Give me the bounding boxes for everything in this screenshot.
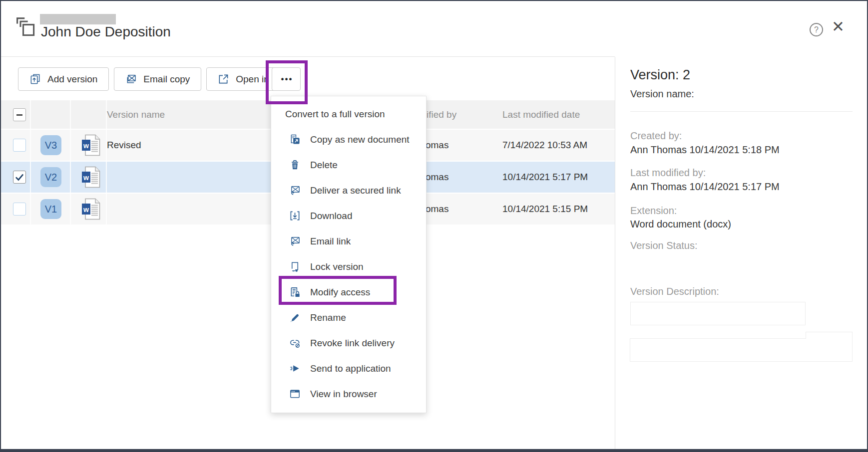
version-status-label: Version Status: xyxy=(630,240,698,251)
select-cell xyxy=(1,130,31,161)
select-all-checkbox[interactable] xyxy=(13,108,26,121)
word-doc-icon xyxy=(81,198,100,220)
doc-icon-cell xyxy=(71,194,107,225)
menu-item-email-link[interactable]: Email link xyxy=(271,228,426,254)
created-by-label: Created by: xyxy=(630,130,682,142)
menu-item-label: Copy as new document xyxy=(310,134,410,145)
doc-icon-cell xyxy=(71,130,107,161)
add-version-button[interactable]: Add version xyxy=(18,67,109,91)
lock-version-icon xyxy=(289,261,301,272)
menu-item-label: Send to application xyxy=(310,363,391,374)
open-in-button[interactable]: Open in xyxy=(206,67,281,91)
select-cell xyxy=(1,194,31,225)
version-badge: V3 xyxy=(40,135,61,155)
modify-access-icon xyxy=(289,286,301,298)
menu-item-label: Rename xyxy=(310,312,346,323)
last-modified-cell: 10/14/2021 5:15 PM xyxy=(502,204,615,215)
menu-item-view-in-browser[interactable]: View in browser xyxy=(271,381,426,407)
comment-field-step xyxy=(806,332,853,339)
button-label: Open in xyxy=(236,74,269,85)
menu-item-modify-access[interactable]: Modify access xyxy=(271,279,426,305)
pencil-icon xyxy=(289,312,301,323)
help-icon[interactable]: ? xyxy=(810,23,823,36)
badge-cell: V1 xyxy=(31,194,71,225)
row-checkbox[interactable] xyxy=(13,139,26,152)
menu-item-label: Email link xyxy=(310,236,351,247)
menu-item-download[interactable]: Download xyxy=(271,203,426,228)
copy-doc-icon xyxy=(289,134,301,145)
last-modified-by-value: Ann Thomas 10/14/2021 5:17 PM xyxy=(630,181,780,193)
menu-item-deliver-a-secured-link[interactable]: Deliver a secured link xyxy=(271,178,426,203)
select-cell xyxy=(1,162,31,193)
revoke-link-icon xyxy=(289,337,301,349)
created-by-value: Ann Thomas 10/14/2021 5:18 PM xyxy=(630,144,780,156)
close-icon[interactable]: ✕ xyxy=(832,19,845,34)
version-history-dialog: John Doe Deposition ? ✕ Add versionEmail… xyxy=(0,0,868,452)
row-checkbox[interactable] xyxy=(13,171,26,184)
menu-item-convert-to-a-full-version[interactable]: Convert to a full version xyxy=(271,101,426,127)
doc-icon-cell xyxy=(71,162,107,193)
more-actions-button[interactable]: ••• xyxy=(272,67,301,91)
version-description-label: Version Description: xyxy=(630,286,719,297)
version-number-label: Version: 2 xyxy=(630,67,690,83)
menu-item-rename[interactable]: Rename xyxy=(271,305,426,330)
menu-item-label: Modify access xyxy=(310,287,370,298)
email-link-icon xyxy=(289,185,301,196)
menu-item-label: View in browser xyxy=(310,389,377,400)
open-in-icon xyxy=(218,73,229,85)
toolbar-buttons: Add versionEmail copyOpen in xyxy=(18,67,281,91)
menu-item-label: Download xyxy=(310,211,353,222)
menu-item-label: Lock version xyxy=(310,261,364,272)
send-app-icon xyxy=(289,363,301,374)
column-header-last-modified-date[interactable]: Last modified date xyxy=(502,109,615,120)
word-doc-icon xyxy=(81,166,100,188)
menu-item-label: Convert to a full version xyxy=(285,109,385,120)
version-badge: V2 xyxy=(40,167,61,187)
version-description-field[interactable] xyxy=(630,302,806,325)
extension-value: Word document (docx) xyxy=(630,219,731,230)
redacted-text-bar xyxy=(40,14,116,24)
browser-icon xyxy=(289,388,301,400)
button-label: Email copy xyxy=(143,74,190,85)
version-details-panel: Version: 2 Version name: Created by: Ann… xyxy=(615,57,867,449)
page-title: John Doe Deposition xyxy=(41,24,171,40)
badge-cell: V3 xyxy=(31,130,71,161)
version-name-label: Version name: xyxy=(630,88,694,100)
extension-label: Extension: xyxy=(630,205,677,217)
badge-cell: V2 xyxy=(31,162,71,193)
last-modified-cell: 10/14/2021 5:17 PM xyxy=(502,172,615,183)
button-label: Add version xyxy=(47,74,97,85)
header-divider xyxy=(1,56,615,57)
row-checkbox[interactable] xyxy=(13,203,26,216)
email-link-icon xyxy=(289,235,301,247)
trash-icon xyxy=(289,159,301,171)
panel-section-divider xyxy=(630,111,853,112)
menu-item-copy-as-new-document[interactable]: Copy as new document xyxy=(271,127,426,152)
version-badge: V1 xyxy=(40,199,61,219)
word-doc-icon xyxy=(81,134,100,156)
menu-item-label: Deliver a secured link xyxy=(310,185,401,196)
download-icon xyxy=(289,210,301,222)
email-icon xyxy=(125,73,137,85)
more-actions-menu: Convert to a full versionCopy as new doc… xyxy=(271,96,427,413)
menu-item-lock-version[interactable]: Lock version xyxy=(271,254,426,279)
menu-item-label: Delete xyxy=(310,160,338,171)
check-icon xyxy=(14,172,24,182)
menu-item-delete[interactable]: Delete xyxy=(271,152,426,178)
add-version-icon xyxy=(29,73,41,85)
menu-item-revoke-link-delivery[interactable]: Revoke link delivery xyxy=(271,330,426,356)
last-modified-by-label: Last modified by: xyxy=(630,167,706,179)
menu-item-send-to-application[interactable]: Send to application xyxy=(271,356,426,381)
versions-icon xyxy=(15,15,37,39)
menu-item-label: Revoke link delivery xyxy=(310,338,395,349)
comment-field[interactable] xyxy=(630,338,853,362)
last-modified-cell: 7/14/2022 10:53 AM xyxy=(502,140,615,151)
email-copy-button[interactable]: Email copy xyxy=(114,67,201,91)
